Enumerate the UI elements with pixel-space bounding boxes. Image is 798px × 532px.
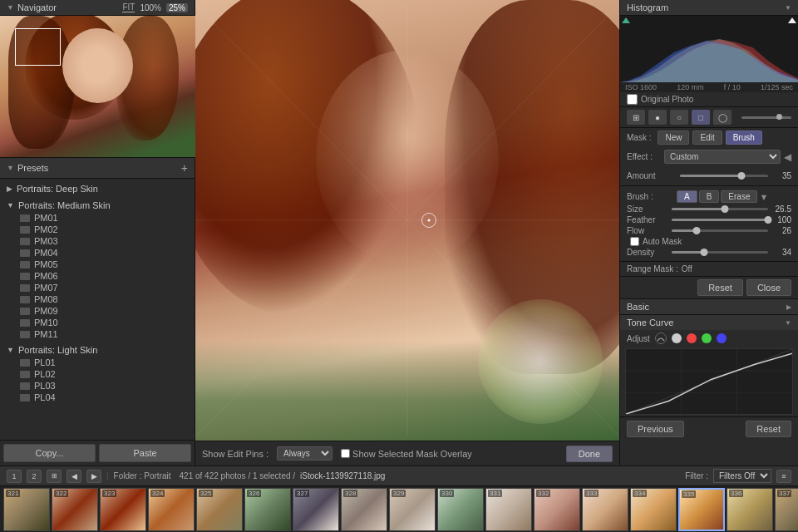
thumb-item[interactable]: 327 [293,488,339,531]
preset-group-medium-skin-header[interactable]: ▼ Portraits: Medium Skin [0,199,195,212]
filter-select[interactable]: Filters Off Flagged Rated [713,469,771,483]
list-item[interactable]: PM03 [0,235,195,247]
thumb-item[interactable]: 329 [389,488,436,531]
mask-brush-button[interactable]: Brush [726,131,762,145]
flow-slider[interactable] [672,229,768,232]
crop-tool-icon[interactable]: ⊞ [627,110,645,125]
tone-curve-header[interactable]: Tone Curve ▼ [620,315,798,330]
reset-close-row: Reset Close [620,276,798,298]
tc-red-icon[interactable] [687,333,697,343]
histogram-collapse[interactable]: ▼ [785,4,791,12]
done-button[interactable]: Done [566,446,613,462]
nav-back-btn[interactable]: ◀ [66,470,81,483]
mask-edit-button[interactable]: Edit [692,131,722,145]
list-item[interactable]: PL03 [0,380,195,392]
list-item[interactable]: PM01 [0,212,195,224]
zoom2-label[interactable]: 25% [166,3,188,12]
mask-new-button[interactable]: New [658,131,689,145]
thumb-item[interactable]: 336 [727,488,773,531]
nav-forward-btn[interactable]: ▶ [86,470,101,483]
auto-mask-checkbox[interactable] [630,237,639,246]
panel-close-button[interactable]: Close [746,279,791,296]
brush-a-tab[interactable]: A [677,190,697,203]
reset-button[interactable]: Reset [746,421,791,437]
thumb-item[interactable]: 330 [437,488,484,531]
size-row: Size 26.5 [627,204,791,214]
tool-slider[interactable] [741,116,791,119]
previous-button[interactable]: Previous [627,421,684,437]
zoom1-label[interactable]: 100% [140,3,161,12]
list-item[interactable]: PL01 [0,357,195,368]
focal-label: 120 mm [677,83,704,91]
gradient-tool-icon[interactable]: ◯ [713,110,732,125]
list-item[interactable]: PM04 [0,247,195,259]
filmstrip-settings-btn[interactable]: ≡ [776,470,791,483]
tone-curve-graph[interactable] [625,348,793,415]
list-item[interactable]: PL02 [0,368,195,380]
toolbar-separator: | [106,471,109,480]
thumb-item[interactable]: 335 [678,488,725,531]
spot-tool-icon[interactable]: ● [648,110,667,125]
effect-select[interactable]: Custom Soften Skin Brighten Skin [664,150,781,164]
thumb-item[interactable]: 332 [534,488,580,531]
list-item[interactable]: PM07 [0,282,195,293]
thumb-item[interactable]: 331 [485,488,532,531]
list-item[interactable]: PM05 [0,259,195,270]
list-item[interactable]: PM10 [0,317,195,328]
histogram-header: Histogram ▼ [620,0,798,16]
show-mask-checkbox[interactable] [341,449,350,458]
list-item[interactable]: PM08 [0,293,195,305]
flow-value: 26 [771,226,791,235]
view-single-btn[interactable]: 1 [7,470,22,483]
size-slider[interactable] [672,208,768,210]
list-item[interactable]: PM06 [0,270,195,282]
thumb-item[interactable]: 321 [3,488,50,531]
presets-add-btn[interactable]: + [181,161,188,175]
tc-rgb-icon[interactable] [672,333,682,343]
always-select[interactable]: Always Never Selected Auto [277,446,332,461]
feather-slider[interactable] [672,219,768,221]
paste-button[interactable]: Paste [99,444,191,462]
list-item[interactable]: PL04 [0,392,195,403]
auto-mask-label: Auto Mask [643,237,682,246]
thumb-item[interactable]: 323 [100,488,146,531]
basic-section-header[interactable]: Basic ▶ [620,299,798,314]
thumb-item[interactable]: 325 [196,488,243,531]
navigator-collapse-arrow[interactable]: ▼ [7,3,14,12]
thumb-item[interactable]: 333 [582,488,628,531]
presets-header: ▼ Presets + [0,157,195,179]
thumb-item[interactable]: 337 [775,488,798,531]
redeye-tool-icon[interactable]: ○ [670,110,688,125]
brush-erase-tab[interactable]: Erase [721,190,757,203]
tc-blue-icon[interactable] [717,333,727,343]
histogram-area [620,16,798,82]
navigator-header: ▼ Navigator FIT 100% 25% [0,0,195,16]
copy-button[interactable]: Copy... [3,444,96,462]
original-photo-checkbox[interactable] [627,94,638,105]
panel-reset-button[interactable]: Reset [697,279,743,296]
brush-b-tab[interactable]: B [699,190,720,203]
size-label: Size [627,204,668,214]
presets-collapse-arrow[interactable]: ▼ [7,164,14,172]
list-item[interactable]: PM11 [0,328,195,340]
list-item[interactable]: PM09 [0,305,195,317]
thumb-item[interactable]: 322 [52,488,98,531]
preset-group-deep-skin-header[interactable]: ▶ Portraits: Deep Skin [0,182,195,195]
tc-parametric-icon[interactable] [655,332,667,344]
tc-green-icon[interactable] [702,333,712,343]
navigator-thumbnail[interactable] [0,16,195,157]
brush-tool-icon[interactable]: □ [692,110,710,125]
presets-title: Presets [17,163,48,173]
amount-slider[interactable] [680,175,768,177]
density-slider[interactable] [672,251,768,254]
view-grid-btn[interactable]: ⊞ [47,470,62,483]
thumb-item[interactable]: 326 [244,488,291,531]
fit-label[interactable]: FIT [122,2,135,12]
preset-group-light-skin-header[interactable]: ▼ Portraits: Light Skin [0,343,195,357]
thumb-item[interactable]: 334 [630,488,677,531]
thumb-item[interactable]: 328 [341,488,387,531]
thumb-item[interactable]: 324 [148,488,195,531]
view-compare-btn[interactable]: 2 [27,470,42,483]
list-item[interactable]: PM02 [0,224,195,235]
size-value: 26.5 [771,204,791,214]
